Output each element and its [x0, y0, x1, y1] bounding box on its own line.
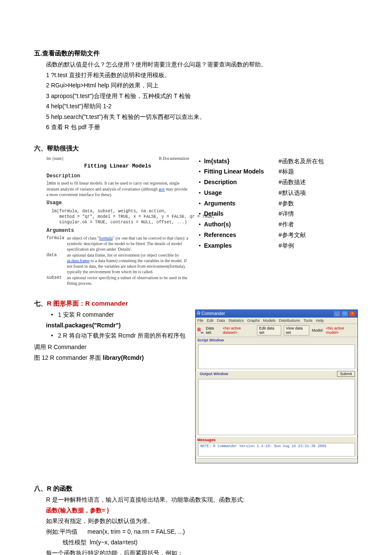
toolbar-dataset-label: Data set:	[206, 326, 220, 335]
label: Examples	[204, 240, 279, 251]
label: Description	[204, 177, 279, 188]
submit-row: Output Window Submit	[196, 371, 357, 378]
s8-line1: R 是一种解释性语言，输入后可直接给出结果。功能靠函数实现。函数形式:	[46, 494, 358, 505]
list-item: •1 安装 R commander	[46, 309, 189, 320]
doc-box-wrap: lm {stats} R Documentation Fitting Linea…	[46, 154, 190, 288]
list-item: •Details#详情	[196, 208, 358, 219]
doc-arg-row: formula an object of class "formula" (or…	[46, 235, 189, 252]
doc-arg-desc: an optional data frame, list or environm…	[67, 252, 189, 275]
menu-statistics[interactable]: Statistics	[228, 318, 244, 323]
menu-edit[interactable]: Edit	[207, 318, 214, 323]
menu-data[interactable]: Data	[217, 318, 225, 323]
comment: #函数描述	[279, 177, 306, 188]
text: 2 R 将自动下载并安装 Rcmdr 所需的所有程序包	[58, 330, 185, 341]
call-line: 调用 R Commander	[34, 342, 189, 353]
fig-bold: library(Rcmdr)	[103, 354, 144, 361]
doc-description-p: lmlm is used to fit linear models. It ca…	[46, 180, 189, 197]
doc-arg-row: data an optional data frame, list or env…	[46, 252, 189, 275]
comment: #标题	[279, 166, 294, 177]
output-window-label: Output Window	[198, 371, 230, 377]
status-bar	[196, 458, 357, 463]
minimize-icon[interactable]: _	[334, 311, 340, 317]
comment: #作者	[279, 219, 294, 230]
edit-data-button[interactable]: Edit data set	[257, 325, 281, 335]
script-window-label: Script Window	[196, 337, 357, 343]
bullet-icon: •	[196, 209, 204, 219]
list-item: •Examples#举例	[196, 240, 358, 251]
section5-intro: 函数的默认值是什么？怎么使用？使用时需要注意什么问题？需要查询函数的帮助。	[46, 59, 358, 70]
messages-area[interactable]: NOTE: R Commander Version 1.4-10: Sun Au…	[198, 443, 355, 457]
bullet-icon: •	[46, 309, 58, 320]
s8-line6: 每一个函数执行特定的功能，后面紧跟括号，例如：	[46, 548, 358, 555]
list-item: •Usage#默认选项	[196, 188, 358, 198]
section5-item: 4 help("t.test")帮助同 1-2	[46, 101, 358, 112]
menu-tools[interactable]: Tools	[303, 318, 312, 323]
toolbar-no-dataset: <No active dataset>	[223, 326, 255, 335]
rcmdr-menubar: File Edit Data Statistics Graphs Models …	[196, 318, 357, 324]
section5-body: 函数的默认值是什么？怎么使用？使用时需要注意什么问题？需要查询函数的帮助。 1 …	[46, 59, 358, 133]
rcmdr-window: R Commander _ □ × File Edit Data Statist…	[195, 309, 358, 463]
doc-formula-link[interactable]: formula	[99, 236, 113, 240]
comment: #函数名及所在包	[279, 156, 324, 167]
label: Author(s)	[204, 219, 279, 230]
maximize-icon[interactable]: □	[341, 311, 348, 317]
label: lm{stats}	[204, 156, 279, 167]
bullet-icon: •	[196, 231, 204, 240]
bullet-icon: •	[196, 220, 204, 230]
toolbar-no-model: <No active model>	[326, 326, 356, 335]
bullet-icon: •	[196, 241, 204, 251]
rcmdr-titlebar[interactable]: R Commander _ □ ×	[196, 310, 357, 318]
menu-help[interactable]: Help	[316, 318, 324, 323]
list-item: •References#参考文献	[196, 230, 358, 240]
text: 1 安装 R commander	[58, 309, 114, 320]
submit-button[interactable]: Submit	[337, 371, 355, 377]
section6-heading: 六、帮助很强大	[34, 145, 358, 153]
comment: #参考文献	[279, 230, 306, 240]
view-data-button[interactable]: View data set	[284, 325, 309, 335]
s8-line3: 如果没有指定，则参数的以默认值为准。	[46, 516, 358, 526]
label: Fitting Linear Models	[204, 166, 279, 177]
section5-heading: 五.查看函数的帮助文件	[34, 49, 358, 58]
s8-form: 函数(输入数据，参数= )	[46, 505, 358, 516]
r-logo-icon: R▂	[197, 327, 203, 333]
section7-heading: 七、R 图形界面：R commander	[34, 300, 358, 308]
menu-distributions[interactable]: Distributions	[279, 318, 300, 323]
section5-item: 2 RGui>Help>Html help 同样的效果，同上	[46, 80, 358, 91]
list-item: •lm{stats}#函数名及所在包	[196, 156, 358, 167]
doc-aov-link[interactable]: aov	[159, 187, 165, 191]
bullet-icon: •	[196, 167, 204, 177]
list-item: •Author(s)#作者	[196, 219, 358, 230]
fig-text: 图 12 R commander 界面	[34, 354, 103, 361]
menu-models[interactable]: Models	[263, 318, 276, 323]
close-icon[interactable]: ×	[349, 311, 356, 317]
label: Arguments	[204, 198, 279, 209]
doc-usage-h: Usage	[46, 200, 189, 207]
list-item: •Fitting Linear Models#标题	[196, 166, 358, 177]
section5-item: 5 help.search("t.test")有关 T 检验的一切东西都可以查出…	[46, 112, 358, 122]
section6-body: lm {stats} R Documentation Fitting Linea…	[46, 154, 358, 288]
doc-arg-name: data	[46, 252, 67, 275]
menu-graphs[interactable]: Graphs	[247, 318, 260, 323]
doc-title: Fitting Linear Models	[46, 163, 189, 170]
menu-file[interactable]: File	[197, 318, 204, 323]
output-textarea[interactable]	[198, 379, 355, 435]
comment: #参数	[279, 198, 294, 209]
section7-left: •1 安装 R commander install.packages("Rcmd…	[46, 309, 189, 363]
section5-item: 6 查看 R 包 pdf 手册	[46, 122, 358, 133]
list-item: •2 R 将自动下载并安装 Rcmdr 所需的所有程序包	[46, 330, 189, 341]
section8-body: R 是一种解释性语言，输入后可直接给出结果。功能靠函数实现。函数形式: 函数(输…	[46, 494, 358, 555]
doc-topleft: lm {stats}	[46, 156, 63, 161]
comment: #默认选项	[279, 188, 306, 198]
script-textarea[interactable]	[198, 344, 355, 369]
doc-usage-code: lm(formula, data, subset, weights, na.ac…	[52, 208, 189, 225]
doc-arg-row: subset an optional vector specifying a s…	[46, 275, 189, 286]
window-title: R Commander	[197, 311, 225, 316]
list-item: •Arguments#参数	[196, 198, 358, 209]
bullet-icon: •	[196, 157, 204, 167]
help-explain-list: •lm{stats}#函数名及所在包 •Fitting Linear Model…	[196, 154, 358, 251]
doc-asdataframe-link[interactable]: as.data.frame	[67, 258, 89, 263]
toolbar-model-label: Model:	[312, 328, 323, 332]
doc-topright: R Documentation	[159, 156, 189, 161]
comment: #详情	[279, 208, 294, 219]
label: Usage	[204, 188, 279, 198]
